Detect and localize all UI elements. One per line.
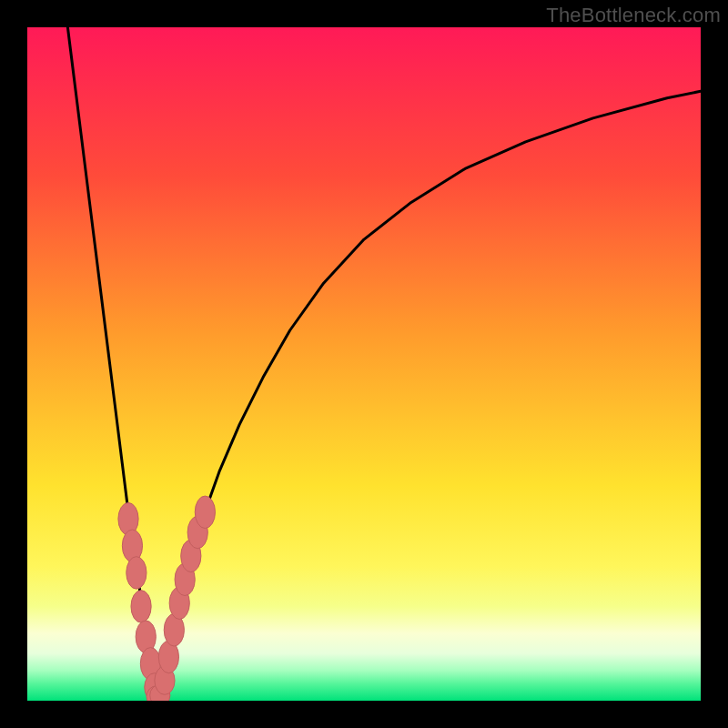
chart-svg <box>27 27 701 701</box>
chart-frame: TheBottleneck.com <box>0 0 728 728</box>
plot-area <box>27 27 701 701</box>
watermark-text: TheBottleneck.com <box>546 4 721 27</box>
gradient-background <box>27 27 701 701</box>
marker <box>131 591 151 623</box>
marker <box>195 496 215 529</box>
marker <box>126 557 147 590</box>
